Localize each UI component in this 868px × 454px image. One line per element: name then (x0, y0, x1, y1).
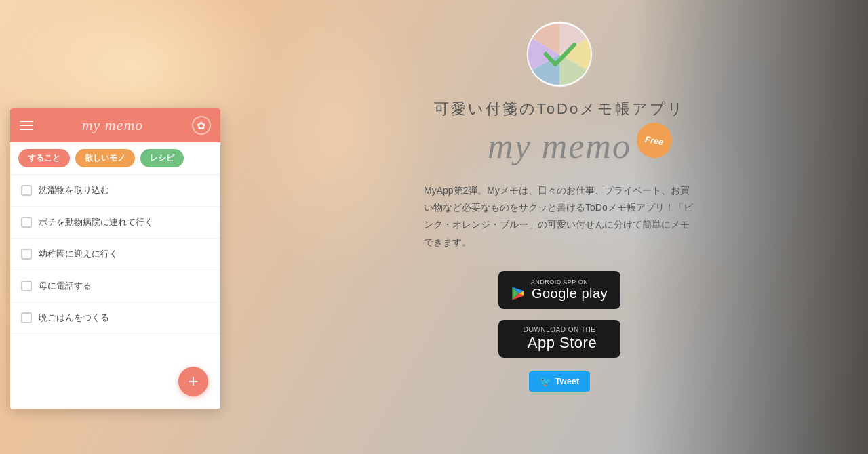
todo-text: 晩ごはんをつくる (39, 312, 109, 324)
google-play-button[interactable]: ANDROID APP ON Google play (498, 271, 620, 309)
list-item: ポチを動物病院に連れて行く (10, 207, 220, 239)
twitter-bird-icon: 🐦 (540, 376, 551, 387)
list-item: 母に電話する (10, 270, 220, 302)
list-item: 洗濯物を取り込む (10, 175, 220, 207)
app-name-container: my memo Free (488, 126, 631, 166)
todo-text: 母に電話する (39, 280, 92, 292)
tweet-button[interactable]: 🐦 Tweet (529, 371, 591, 392)
checkbox[interactable] (21, 185, 32, 196)
todo-list: 洗濯物を取り込む ポチを動物病院に連れて行く 幼稚園に迎えに行く 母に電話する … (10, 175, 220, 334)
google-play-name: Google play (532, 286, 608, 302)
phone-empty-area: + (10, 334, 220, 409)
google-play-top-text: ANDROID APP ON (531, 278, 588, 285)
store-buttons: ANDROID APP ON Google play Download on t… (498, 271, 620, 358)
hero-section: 可愛い付箋のToDoメモ帳アプリ my memo Free MyApp第2弾。M… (251, 0, 868, 454)
hamburger-icon[interactable] (20, 121, 33, 130)
free-badge: Free (634, 120, 675, 161)
app-store-main: App Store (522, 334, 597, 352)
app-name: my memo (488, 126, 631, 166)
google-play-main: Google play (511, 286, 608, 302)
todo-text: ポチを動物病院に連れて行く (39, 216, 153, 228)
flower-icon: ✿ (192, 116, 211, 135)
todo-text: 幼稚園に迎えに行く (39, 248, 118, 260)
tagline: 可愛い付箋のToDoメモ帳アプリ (434, 99, 685, 119)
phone-mockup: my memo ✿ すること 欲しいモノ レシピ 洗濯物を取り込む ポチを動物病… (10, 108, 220, 409)
tweet-label: Tweet (555, 376, 580, 386)
tab-wishlist[interactable]: 欲しいモノ (75, 149, 135, 167)
fab-add-button[interactable]: + (178, 367, 208, 396)
checkbox[interactable] (21, 249, 32, 260)
description: MyApp第2弾。Myメモは、日々のお仕事、プライベート、お買い物など必要なもの… (424, 182, 695, 251)
app-store-top-text: Download on the (524, 326, 596, 333)
checkbox[interactable] (21, 217, 32, 228)
tab-recipe[interactable]: レシピ (140, 149, 184, 167)
phone-header: my memo ✿ (10, 108, 220, 142)
todo-text: 洗濯物を取り込む (39, 184, 109, 197)
checkbox[interactable] (21, 312, 32, 323)
app-store-button[interactable]: Download on the App Store (498, 320, 620, 358)
phone-tabs: すること 欲しいモノ レシピ (10, 142, 220, 175)
google-play-icon (511, 286, 526, 301)
phone-app-title: my memo (82, 117, 144, 134)
app-icon (526, 20, 593, 88)
checkbox[interactable] (21, 281, 32, 291)
list-item: 幼稚園に迎えに行く (10, 239, 220, 270)
app-store-name: App Store (528, 334, 597, 352)
list-item: 晩ごはんをつくる (10, 302, 220, 334)
tab-todo[interactable]: すること (18, 149, 70, 167)
